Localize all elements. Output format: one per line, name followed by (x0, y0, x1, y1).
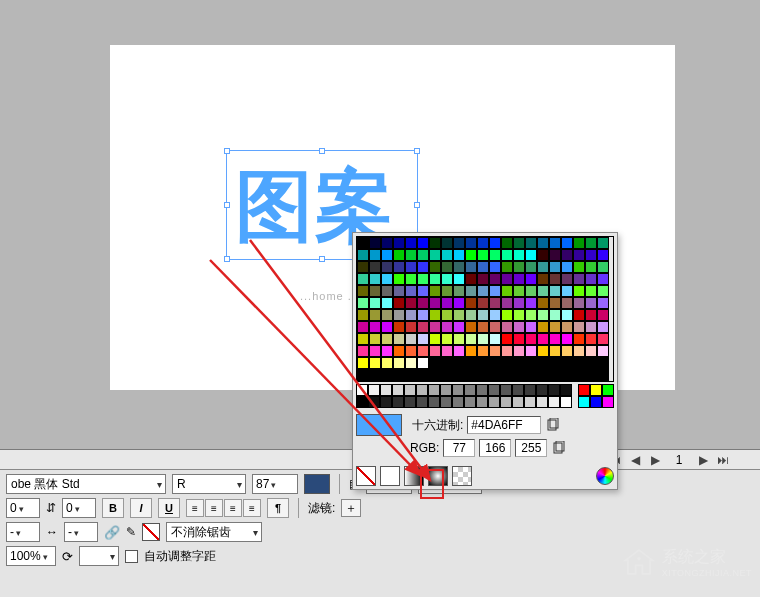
color-swatch[interactable] (417, 357, 429, 369)
resize-handle-top-mid[interactable] (319, 148, 325, 154)
color-swatch[interactable] (441, 297, 453, 309)
color-swatch[interactable] (561, 249, 573, 261)
rgb-g-input[interactable] (479, 439, 511, 457)
color-swatch[interactable] (561, 357, 573, 369)
gray-swatch[interactable] (404, 384, 416, 396)
align-center-button[interactable]: ≡ (205, 499, 223, 517)
color-swatch[interactable] (489, 249, 501, 261)
color-swatch[interactable] (477, 249, 489, 261)
rgb-b-input[interactable] (515, 439, 547, 457)
color-swatch[interactable] (537, 369, 549, 381)
color-swatch[interactable] (561, 237, 573, 249)
color-swatch[interactable] (417, 345, 429, 357)
color-swatch[interactable] (477, 321, 489, 333)
color-swatch[interactable] (381, 309, 393, 321)
gray-swatch[interactable] (560, 396, 572, 408)
color-swatch[interactable] (405, 297, 417, 309)
color-swatch[interactable] (501, 297, 513, 309)
color-swatch[interactable] (465, 333, 477, 345)
color-swatch[interactable] (573, 345, 585, 357)
color-swatch[interactable] (477, 345, 489, 357)
color-swatch[interactable] (441, 261, 453, 273)
color-swatch[interactable] (477, 333, 489, 345)
color-swatch[interactable] (465, 297, 477, 309)
linear-gradient-button[interactable] (404, 466, 424, 486)
gray-swatch[interactable] (368, 396, 380, 408)
bold-button[interactable]: B (102, 498, 124, 518)
color-swatch[interactable] (441, 321, 453, 333)
color-swatch[interactable] (357, 261, 369, 273)
color-swatch[interactable] (357, 285, 369, 297)
color-swatch[interactable] (465, 357, 477, 369)
color-swatch[interactable] (501, 321, 513, 333)
color-swatch[interactable] (597, 297, 609, 309)
gray-swatch[interactable] (488, 396, 500, 408)
color-picker-popup[interactable]: 十六进制: RGB: (352, 232, 618, 490)
color-swatch[interactable] (513, 237, 525, 249)
color-swatch[interactable] (537, 321, 549, 333)
color-wheel-icon[interactable] (596, 467, 614, 485)
align-justify-button[interactable]: ≡ (243, 499, 261, 517)
color-swatch[interactable] (501, 369, 513, 381)
color-swatch[interactable] (501, 345, 513, 357)
color-swatch[interactable] (561, 273, 573, 285)
bitmap-fill-button[interactable] (452, 466, 472, 486)
color-swatch[interactable] (597, 261, 609, 273)
color-swatch[interactable] (357, 357, 369, 369)
color-swatch[interactable] (477, 273, 489, 285)
color-swatch[interactable] (453, 321, 465, 333)
current-frame[interactable]: 1 (668, 453, 690, 467)
color-swatch[interactable] (405, 309, 417, 321)
color-swatch[interactable] (489, 297, 501, 309)
color-swatch[interactable] (465, 309, 477, 321)
color-swatch[interactable] (405, 261, 417, 273)
color-swatch[interactable] (513, 369, 525, 381)
extra-color-swatch[interactable] (578, 396, 590, 408)
link-wh-icon[interactable]: 🔗 (104, 525, 120, 540)
color-swatch[interactable] (585, 249, 597, 261)
prev-frame-icon[interactable]: ◀ (628, 453, 642, 467)
color-swatch[interactable] (357, 333, 369, 345)
x-field[interactable]: 0 (6, 498, 40, 518)
grayscale-row[interactable] (356, 384, 572, 408)
color-swatch[interactable] (441, 333, 453, 345)
color-swatch[interactable] (369, 285, 381, 297)
color-swatch[interactable] (489, 237, 501, 249)
color-swatch[interactable] (585, 369, 597, 381)
color-swatch[interactable] (549, 321, 561, 333)
goto-last-frame-icon[interactable]: ⏭ (716, 453, 730, 467)
gray-swatch[interactable] (464, 384, 476, 396)
color-swatch[interactable] (381, 249, 393, 261)
color-swatch[interactable] (501, 333, 513, 345)
gray-swatch[interactable] (512, 384, 524, 396)
color-swatch[interactable] (597, 273, 609, 285)
color-swatch[interactable] (585, 273, 597, 285)
color-swatch[interactable] (369, 249, 381, 261)
color-swatch[interactable] (477, 357, 489, 369)
color-swatch[interactable] (525, 261, 537, 273)
color-swatch[interactable] (393, 261, 405, 273)
gray-swatch[interactable] (524, 396, 536, 408)
color-swatch[interactable] (585, 261, 597, 273)
color-swatch[interactable] (525, 249, 537, 261)
color-swatch[interactable] (525, 285, 537, 297)
extra-color-swatch[interactable] (602, 384, 614, 396)
color-swatch[interactable] (453, 285, 465, 297)
color-swatch[interactable] (429, 309, 441, 321)
color-swatch[interactable] (357, 273, 369, 285)
add-filter-button[interactable]: ＋ (341, 499, 361, 517)
color-swatch[interactable] (393, 357, 405, 369)
color-swatch[interactable] (393, 369, 405, 381)
color-swatch[interactable] (417, 321, 429, 333)
color-swatch[interactable] (537, 249, 549, 261)
color-swatch[interactable] (585, 297, 597, 309)
gray-swatch[interactable] (500, 396, 512, 408)
color-swatch[interactable] (369, 261, 381, 273)
color-swatch[interactable] (465, 249, 477, 261)
italic-button[interactable]: I (130, 498, 152, 518)
color-swatch[interactable] (477, 309, 489, 321)
color-swatch[interactable] (537, 357, 549, 369)
color-swatch[interactable] (489, 285, 501, 297)
color-swatch[interactable] (393, 273, 405, 285)
color-swatch[interactable] (453, 261, 465, 273)
